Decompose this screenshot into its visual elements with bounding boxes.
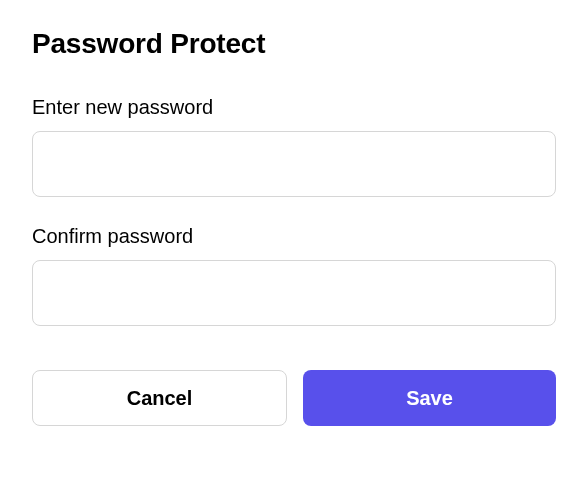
confirm-password-input[interactable] — [32, 260, 556, 326]
confirm-password-label: Confirm password — [32, 225, 556, 248]
new-password-input[interactable] — [32, 131, 556, 197]
button-row: Cancel Save — [32, 370, 556, 426]
cancel-button[interactable]: Cancel — [32, 370, 287, 426]
confirm-password-field: Confirm password — [32, 225, 556, 326]
dialog-title: Password Protect — [32, 28, 556, 60]
new-password-label: Enter new password — [32, 96, 556, 119]
save-button[interactable]: Save — [303, 370, 556, 426]
password-protect-dialog: Password Protect Enter new password Conf… — [32, 28, 556, 426]
new-password-field: Enter new password — [32, 96, 556, 197]
